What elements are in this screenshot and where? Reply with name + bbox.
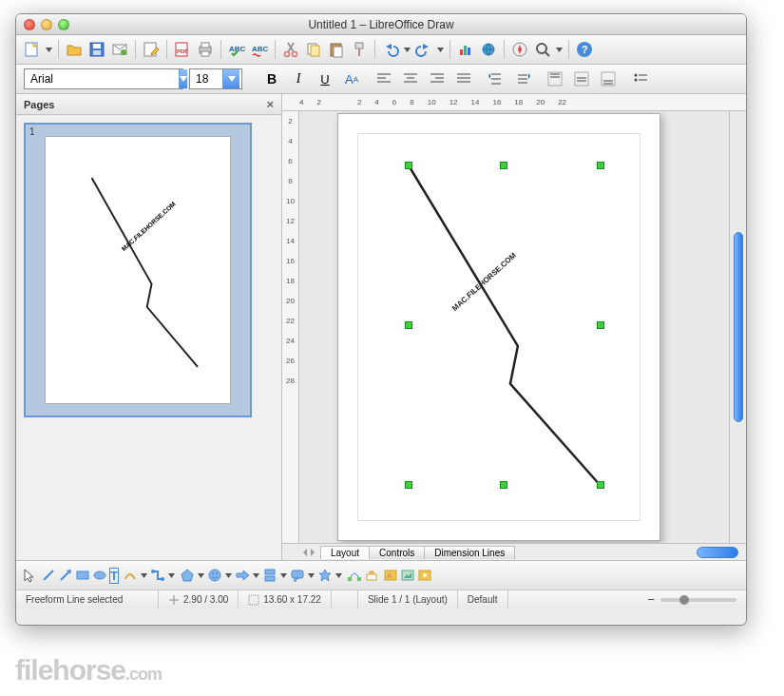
selection-handle[interactable] bbox=[405, 481, 412, 489]
text-tool-button[interactable]: T bbox=[109, 568, 119, 584]
cut-button[interactable] bbox=[280, 39, 301, 60]
stars-dropdown[interactable] bbox=[335, 565, 343, 586]
new-document-button[interactable] bbox=[22, 39, 43, 60]
tab-controls[interactable]: Controls bbox=[369, 546, 425, 559]
spellcheck-button[interactable]: ABC bbox=[226, 39, 247, 60]
position-icon bbox=[168, 594, 180, 606]
selection-handle[interactable] bbox=[405, 321, 412, 329]
save-button[interactable] bbox=[86, 39, 107, 60]
undo-dropdown[interactable] bbox=[403, 39, 411, 60]
main-toolbar: PDF ABC ABC ? bbox=[16, 35, 746, 65]
flowchart-dropdown[interactable] bbox=[279, 565, 288, 586]
line-tool-button[interactable] bbox=[41, 568, 56, 583]
selection-handle[interactable] bbox=[597, 321, 604, 329]
ellipse-tool-button[interactable] bbox=[92, 568, 107, 583]
line-spacing-increase-button[interactable] bbox=[486, 68, 507, 89]
page-thumbnail[interactable]: 1 MAC.FILEHORSE.COM bbox=[24, 123, 252, 417]
open-button[interactable] bbox=[64, 39, 85, 60]
chart-button[interactable] bbox=[455, 39, 476, 60]
font-name-dropdown-button[interactable] bbox=[179, 69, 187, 88]
align-top-button[interactable] bbox=[545, 68, 565, 89]
align-center-button[interactable] bbox=[400, 68, 421, 89]
print-button[interactable] bbox=[195, 39, 216, 60]
flowchart-button[interactable] bbox=[262, 568, 277, 583]
tab-layout[interactable]: Layout bbox=[320, 546, 370, 559]
line-spacing-decrease-button[interactable] bbox=[512, 68, 533, 89]
bold-button[interactable]: B bbox=[261, 68, 282, 89]
from-file-button[interactable] bbox=[400, 568, 415, 583]
connector-tool-button[interactable] bbox=[150, 568, 165, 583]
bullet-list-button[interactable] bbox=[630, 68, 651, 89]
selection-handle[interactable] bbox=[405, 162, 412, 169]
align-justify-button[interactable] bbox=[453, 68, 474, 89]
pages-panel-close-button[interactable]: × bbox=[266, 97, 274, 111]
symbol-shapes-button[interactable] bbox=[207, 568, 222, 583]
align-middle-button[interactable] bbox=[571, 68, 592, 89]
font-size-increase-button[interactable]: AA bbox=[341, 68, 362, 89]
edit-points-button[interactable] bbox=[347, 568, 362, 583]
select-tool-button[interactable] bbox=[22, 568, 37, 583]
zoom-out-button[interactable]: − bbox=[647, 592, 655, 607]
zoom-dropdown[interactable] bbox=[555, 39, 564, 60]
italic-button[interactable]: I bbox=[288, 68, 309, 89]
tab-dimension-lines[interactable]: Dimension Lines bbox=[424, 546, 515, 559]
callout-dropdown[interactable] bbox=[307, 565, 316, 586]
font-size-combo[interactable] bbox=[189, 68, 242, 89]
glue-points-button[interactable] bbox=[364, 568, 379, 583]
arrow-tool-button[interactable] bbox=[58, 568, 73, 583]
selection-handle[interactable] bbox=[597, 162, 604, 169]
help-button[interactable]: ? bbox=[574, 39, 595, 60]
font-size-dropdown-button[interactable] bbox=[222, 69, 239, 88]
block-arrows-dropdown[interactable] bbox=[252, 565, 260, 586]
selection-handle[interactable] bbox=[500, 481, 507, 489]
edit-mode-button[interactable] bbox=[141, 39, 162, 60]
callout-button[interactable] bbox=[290, 568, 305, 583]
hyperlink-button[interactable] bbox=[478, 39, 499, 60]
drawing-canvas[interactable]: MAC.FILEHORSE.COM bbox=[299, 111, 729, 543]
curve-dropdown[interactable] bbox=[140, 565, 148, 586]
basic-shapes-dropdown[interactable] bbox=[197, 565, 205, 586]
vertical-ruler[interactable]: 2 4 6 8 10 12 14 16 18 20 22 24 26 28 bbox=[282, 111, 299, 543]
align-right-button[interactable] bbox=[427, 68, 448, 89]
new-dropdown[interactable] bbox=[45, 39, 53, 60]
copy-button[interactable] bbox=[303, 39, 324, 60]
auto-spellcheck-button[interactable]: ABC bbox=[249, 39, 270, 60]
basic-shapes-button[interactable] bbox=[180, 568, 195, 583]
export-pdf-button[interactable]: PDF bbox=[172, 39, 193, 60]
symbol-shapes-dropdown[interactable] bbox=[224, 565, 233, 586]
svg-marker-25 bbox=[404, 48, 411, 52]
email-button[interactable] bbox=[109, 39, 130, 60]
scrollbar-thumb[interactable] bbox=[734, 232, 743, 422]
status-mode: Default bbox=[458, 590, 508, 609]
redo-button[interactable] bbox=[413, 39, 434, 60]
font-name-input[interactable] bbox=[25, 69, 179, 88]
fontwork-button[interactable]: A bbox=[383, 568, 398, 583]
block-arrows-button[interactable] bbox=[235, 568, 250, 583]
font-size-input[interactable] bbox=[190, 69, 222, 88]
underline-button[interactable]: U bbox=[315, 68, 335, 89]
stars-button[interactable] bbox=[317, 568, 333, 583]
pages-panel-title: Pages bbox=[24, 99, 54, 110]
redo-dropdown[interactable] bbox=[436, 39, 445, 60]
svg-rect-105 bbox=[367, 574, 376, 580]
curve-tool-button[interactable] bbox=[123, 568, 138, 583]
format-paintbrush-button[interactable] bbox=[349, 39, 370, 60]
gallery-button[interactable] bbox=[417, 568, 432, 583]
zoom-slider[interactable] bbox=[660, 598, 736, 602]
navigator-button[interactable] bbox=[509, 39, 530, 60]
zoom-button[interactable] bbox=[532, 39, 553, 60]
align-bottom-button[interactable] bbox=[598, 68, 619, 89]
selection-handle[interactable] bbox=[500, 162, 507, 169]
rectangle-tool-button[interactable] bbox=[75, 568, 90, 583]
paste-button[interactable] bbox=[326, 39, 347, 60]
page-surface[interactable]: MAC.FILEHORSE.COM bbox=[337, 113, 660, 541]
vertical-scrollbar[interactable] bbox=[729, 111, 746, 543]
font-name-combo[interactable] bbox=[24, 68, 183, 89]
horizontal-scrollbar[interactable] bbox=[697, 547, 738, 558]
selection-handle[interactable] bbox=[597, 481, 604, 489]
align-left-button[interactable] bbox=[373, 68, 394, 89]
connector-dropdown[interactable] bbox=[167, 565, 176, 586]
horizontal-ruler[interactable]: 4 2 2 4 6 8 10 12 14 16 18 20 22 bbox=[282, 94, 746, 111]
zoom-slider-thumb[interactable] bbox=[679, 595, 689, 605]
undo-button[interactable] bbox=[380, 39, 401, 60]
